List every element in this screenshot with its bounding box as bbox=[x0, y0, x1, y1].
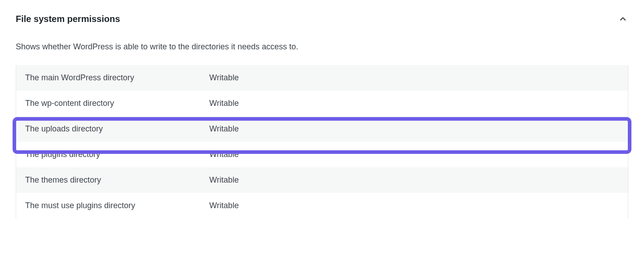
permissions-table: The main WordPress directory Writable Th… bbox=[16, 65, 628, 218]
row-label: The themes directory bbox=[25, 175, 209, 185]
table-row: The main WordPress directory Writable bbox=[16, 65, 628, 91]
table-row: The uploads directory Writable bbox=[16, 116, 628, 142]
row-value: Writable bbox=[209, 73, 619, 83]
row-value: Writable bbox=[209, 99, 619, 108]
row-value: Writable bbox=[209, 201, 619, 210]
row-label: The wp-content directory bbox=[25, 99, 209, 108]
section-description: Shows whether WordPress is able to write… bbox=[16, 42, 628, 52]
section-title: File system permissions bbox=[16, 14, 120, 24]
table-row: The plugins directory Writable bbox=[16, 142, 628, 167]
row-label: The main WordPress directory bbox=[25, 73, 209, 83]
row-value: Writable bbox=[209, 150, 619, 159]
table-row: The wp-content directory Writable bbox=[16, 91, 628, 116]
row-value: Writable bbox=[209, 175, 619, 185]
table-row: The must use plugins directory Writable bbox=[16, 193, 628, 218]
section-header[interactable]: File system permissions bbox=[16, 13, 628, 24]
table-row: The themes directory Writable bbox=[16, 167, 628, 193]
row-label: The must use plugins directory bbox=[25, 201, 209, 210]
row-label: The uploads directory bbox=[25, 124, 209, 134]
chevron-up-icon[interactable] bbox=[618, 13, 628, 24]
row-value: Writable bbox=[209, 124, 619, 134]
row-label: The plugins directory bbox=[25, 150, 209, 159]
